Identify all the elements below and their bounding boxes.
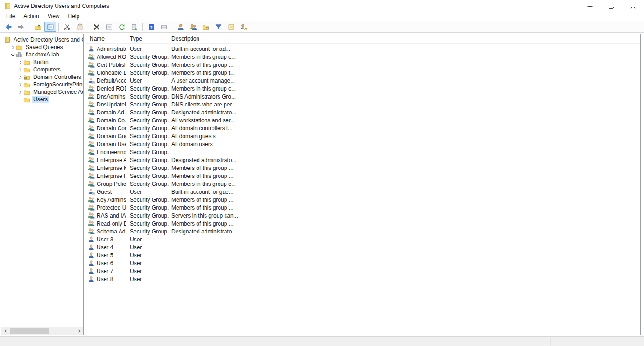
toolbar-cut-button[interactable] [61, 22, 73, 32]
minimize-button[interactable] [579, 0, 601, 12]
group-icon [88, 93, 95, 100]
object-name: RAS and IAS ... [97, 212, 126, 219]
list-row[interactable]: Denied ROD...Security Group...Members in… [85, 85, 640, 92]
list-row[interactable]: User 6User [85, 259, 640, 267]
list-row[interactable]: User 7User [85, 267, 640, 275]
chevron-right-icon[interactable] [17, 81, 23, 88]
list-row[interactable]: AdministratorUserBuilt-in account for ad… [85, 45, 640, 53]
tree-item-builtin[interactable]: Builtin [1, 58, 83, 66]
menu-action[interactable]: Action [19, 12, 43, 21]
column-header-name[interactable]: Name [85, 34, 126, 43]
object-name: Domain Gue... [97, 133, 126, 140]
chevron-right-icon[interactable] [17, 59, 23, 65]
list-row[interactable]: Domain Co...Security Group...All worksta… [85, 116, 640, 124]
filter-icon [215, 23, 222, 31]
list-row[interactable]: Enterprise A...Security Group...Designat… [85, 156, 640, 164]
list-row[interactable]: Protected Us...Security Group...Members … [85, 204, 640, 212]
toolbar-new-group-button[interactable] [187, 22, 199, 32]
object-type: User [126, 46, 169, 52]
tree-item-managed-service-accounts[interactable]: Managed Service Accounts [1, 88, 83, 96]
list-row[interactable]: User 8User [85, 275, 640, 283]
list-row[interactable]: EngineeringSecurity Group... [85, 148, 640, 156]
list-row[interactable]: GuestUserBuilt-in account for gue... [85, 188, 640, 196]
toolbar-paste-button[interactable] [74, 22, 85, 32]
object-type: Security Group... [126, 165, 169, 171]
toolbar-find-user-button[interactable] [238, 22, 249, 32]
list-row[interactable]: User 4User [85, 243, 640, 251]
toolbar-export-list-button[interactable] [128, 22, 140, 32]
chevron-right-icon[interactable] [17, 74, 23, 80]
folder-icon [23, 96, 31, 103]
list-row[interactable]: User 5User [85, 251, 640, 259]
toolbar-refresh-button[interactable] [116, 22, 127, 32]
tree-horizontal-scrollbar[interactable] [1, 327, 83, 335]
menu-help[interactable]: Help [64, 12, 84, 21]
toolbar-up-one-level-button[interactable] [32, 22, 43, 32]
toolbar-help-button[interactable]: ? [145, 22, 157, 32]
tree-item-flackboxa-lab[interactable]: flackboxA.lab [1, 51, 83, 58]
close-button[interactable] [622, 0, 644, 12]
scroll-left-button[interactable] [1, 327, 9, 335]
scrollbar-track[interactable] [9, 327, 75, 335]
list-row[interactable]: Enterprise K...Security Group...Members … [85, 164, 640, 172]
tree-item-computers[interactable]: Computers [1, 66, 83, 73]
tree-item-label: Domain Controllers [32, 74, 82, 80]
toolbar-forward-button[interactable] [15, 22, 27, 32]
user-icon [88, 260, 95, 267]
list-row[interactable]: Allowed RO...Security Group...Members in… [85, 53, 640, 61]
chevron-right-icon[interactable] [17, 66, 23, 73]
list-row[interactable]: RAS and IAS ...Security Group...Servers … [85, 212, 640, 219]
list-row[interactable]: Key AdminsSecurity Group...Members of th… [85, 196, 640, 204]
toolbar-new-user-button[interactable] [175, 22, 186, 32]
list-row[interactable]: DnsUpdateP...Security Group...DNS client… [85, 100, 640, 108]
chevron-down-icon[interactable] [9, 51, 16, 58]
chevron-right-icon[interactable] [17, 89, 23, 95]
object-type: User [126, 189, 169, 195]
app-icon[interactable] [4, 2, 11, 10]
list-row[interactable]: DnsAdminsSecurity Group...DNS Administra… [85, 92, 640, 100]
toolbar-new-ou-button[interactable] [200, 22, 212, 32]
list-row[interactable]: Cert Publish...Security Group...Members … [85, 61, 640, 69]
menu-file[interactable]: File [2, 12, 19, 21]
column-header-type[interactable]: Type [126, 34, 169, 43]
group-icon [88, 180, 95, 188]
column-header-description[interactable]: Description [169, 34, 233, 43]
object-type: Security Group... [126, 149, 169, 155]
toolbar-back-button[interactable] [2, 22, 14, 32]
tree-item-domain-controllers[interactable]: Domain Controllers [1, 73, 83, 81]
list-row[interactable]: Cloneable D...Security Group...Members o… [85, 69, 640, 77]
toolbar-show-console-tree-button[interactable] [44, 22, 56, 32]
tree-item-users[interactable]: Users [1, 96, 83, 103]
object-name: User 4 [97, 244, 113, 251]
scroll-right-button[interactable] [75, 327, 83, 335]
list-row[interactable]: User 3User [85, 235, 640, 243]
list-row[interactable]: Domain Ad...Security Group...Designated … [85, 108, 640, 116]
list-row[interactable]: Domain Gue...Security Group...All domain… [85, 132, 640, 140]
object-type: User [126, 236, 169, 243]
menu-view[interactable]: View [43, 12, 64, 21]
list-row[interactable]: Domain Con...Security Group...All domain… [85, 124, 640, 132]
toolbar-document-button[interactable] [225, 22, 237, 32]
list-header: Name Type Description [85, 34, 640, 44]
restore-button[interactable] [601, 0, 622, 12]
cell-name: Engineering [85, 148, 126, 156]
toolbar-set-filter-button[interactable] [212, 22, 224, 32]
scrollbar-thumb[interactable] [10, 328, 49, 334]
chevron-right-icon[interactable] [9, 44, 16, 50]
tree-item-active-directory-users-and-computers[interactable]: Active Directory Users and Computers [1, 36, 83, 43]
list-row[interactable]: Domain UsersSecurity Group...All domain … [85, 140, 640, 148]
toolbar-delete-button[interactable] [91, 22, 102, 32]
toolbar-show-window-button[interactable] [158, 22, 170, 32]
folder-icon [23, 66, 31, 73]
toolbar-properties-button[interactable] [103, 22, 115, 32]
menu-bar: File Action View Help [0, 12, 644, 21]
list-row[interactable]: Enterprise R...Security Group...Members … [85, 172, 640, 180]
list-row[interactable]: DefaultAcco...UserA user account manage.… [85, 77, 640, 85]
tree-item-foreignsecurityprincipals[interactable]: ForeignSecurityPrincipals [1, 81, 83, 88]
cell-name: Schema Ad... [85, 228, 126, 235]
tree-item-saved-queries[interactable]: Saved Queries [1, 43, 83, 51]
list-row[interactable]: Group Polic...Security Group...Members i… [85, 180, 640, 188]
list-row[interactable]: Schema Ad...Security Group...Designated … [85, 227, 640, 235]
user-disabled-icon [88, 77, 95, 85]
list-row[interactable]: Read-only D...Security Group...Members o… [85, 219, 640, 227]
